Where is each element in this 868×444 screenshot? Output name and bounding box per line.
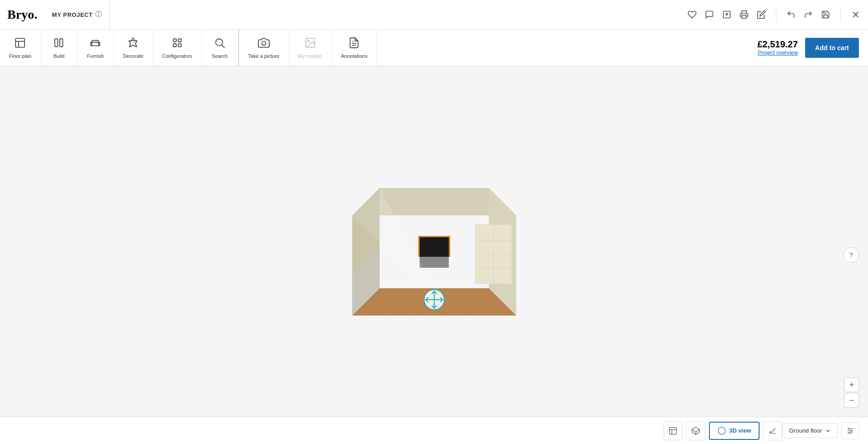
configurators-icon (171, 37, 183, 51)
toolbar-build[interactable]: Build (41, 30, 77, 66)
price-amount: £2,519.27 (757, 39, 798, 50)
price-section: £2,519.27 Project overview (757, 39, 798, 56)
image-icon (304, 37, 316, 51)
floor-settings-button[interactable] (842, 422, 859, 439)
annotations-icon (348, 37, 360, 51)
header-actions (688, 8, 861, 21)
heart-icon[interactable] (688, 10, 697, 19)
close-icon[interactable] (851, 10, 861, 20)
toolbar-annotations[interactable]: Annotations (332, 30, 377, 66)
header-divider-2 (840, 8, 841, 21)
toolbar-main: Floor plan Build Furnish (0, 30, 239, 66)
project-name-bar: MY PROJECT ⓘ (45, 0, 110, 29)
svg-rect-5 (16, 38, 25, 47)
toolbar-floor-plan[interactable]: Floor plan (0, 30, 41, 66)
view-2d-button[interactable] (663, 421, 683, 440)
toolbar-search[interactable]: Search (202, 30, 238, 66)
toolbar-furnish[interactable]: Furnish (77, 30, 114, 66)
svg-rect-13 (173, 39, 176, 42)
svg-point-19 (262, 41, 266, 45)
floor-dropdown-label: Ground floor (789, 427, 822, 434)
view-3d-isometric-button[interactable] (686, 421, 705, 440)
print-icon[interactable] (740, 10, 749, 19)
view-3d-label: 3D view (729, 427, 751, 434)
svg-point-21 (308, 40, 309, 41)
build-icon (53, 37, 65, 51)
furnish-label: Furnish (87, 53, 104, 59)
floor-plan-label: Floor plan (9, 53, 31, 59)
app-logo: Bryo. (7, 7, 37, 22)
svg-rect-8 (55, 39, 58, 46)
svg-rect-46 (418, 236, 420, 257)
svg-rect-47 (449, 236, 450, 257)
view-controls: 3D view (663, 421, 782, 440)
svg-rect-16 (178, 44, 181, 47)
room-svg (320, 170, 548, 325)
floor-selector: Ground floor (782, 422, 859, 439)
toolbar-my-medias[interactable]: My medias (289, 30, 332, 66)
bottom-bar: 3D view Ground floor (0, 417, 868, 444)
toolbar-secondary: Take a picture My medias (239, 30, 377, 66)
zoom-controls: + − (844, 378, 859, 408)
room-3d-view[interactable] (320, 170, 548, 325)
header-divider-1 (776, 8, 776, 21)
svg-rect-14 (178, 39, 181, 42)
project-info-icon[interactable]: ⓘ (95, 10, 102, 19)
toolbar: Floor plan Build Furnish (0, 30, 868, 66)
undo-icon[interactable] (786, 10, 796, 19)
camera-icon (258, 37, 270, 51)
project-overview-link[interactable]: Project overview (757, 50, 798, 56)
add-to-cart-button[interactable]: Add to cart (805, 38, 859, 58)
toolbar-right: £2,519.27 Project overview Add to cart (748, 30, 868, 66)
toolbar-configurators[interactable]: Configurators (153, 30, 202, 66)
my-medias-label: My medias (298, 53, 322, 59)
annotations-label: Annotations (341, 53, 367, 59)
svg-point-66 (848, 428, 850, 429)
svg-rect-44 (421, 238, 448, 255)
save-icon[interactable] (821, 10, 830, 19)
edit-icon[interactable] (757, 10, 766, 19)
configurators-label: Configurators (162, 53, 192, 59)
take-picture-label: Take a picture (248, 53, 279, 59)
svg-rect-53 (670, 427, 677, 434)
header: Bryo. MY PROJECT ⓘ (0, 0, 868, 30)
zoom-out-button[interactable]: − (844, 393, 859, 408)
floor-dropdown[interactable]: Ground floor (782, 423, 838, 438)
sliders-icon (846, 427, 854, 435)
project-name-label: MY PROJECT (52, 11, 92, 18)
svg-rect-45 (418, 236, 450, 237)
svg-rect-15 (173, 44, 176, 47)
search-label: Search (212, 53, 228, 59)
svg-point-67 (851, 430, 853, 431)
decorate-icon (127, 37, 139, 51)
toolbar-take-picture[interactable]: Take a picture (239, 30, 289, 66)
redo-icon[interactable] (804, 10, 813, 19)
build-label: Build (53, 53, 64, 59)
svg-rect-9 (60, 39, 63, 46)
svg-point-17 (216, 39, 222, 46)
svg-rect-2 (742, 15, 746, 19)
view-3d-perspective-button[interactable]: 3D view (709, 422, 759, 440)
message-icon[interactable] (705, 10, 714, 19)
search-icon (214, 37, 226, 51)
toolbar-decorate[interactable]: Decorate (114, 30, 153, 66)
furnish-icon (89, 37, 101, 51)
zoom-in-button[interactable]: + (844, 378, 859, 392)
decorate-label: Decorate (123, 53, 144, 59)
floor-plan-icon (14, 37, 26, 51)
svg-point-68 (849, 432, 850, 434)
main-canvas[interactable]: ? + − (0, 66, 868, 444)
chevron-down-icon (825, 428, 831, 434)
svg-line-18 (222, 45, 225, 47)
measure-button[interactable] (763, 421, 782, 440)
help-button[interactable]: ? (843, 247, 859, 263)
share-icon[interactable] (722, 10, 731, 19)
